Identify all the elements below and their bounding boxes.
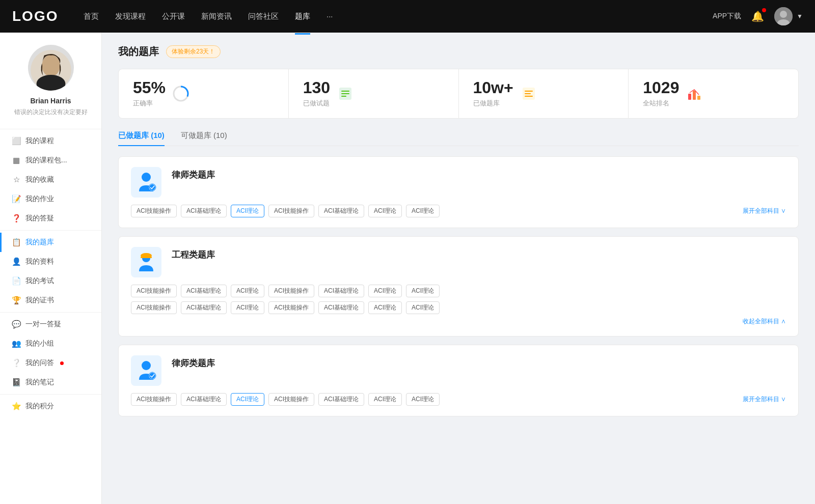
tags-footer-1: 收起全部科目 ∧: [131, 317, 786, 326]
tag-1-0[interactable]: ACI技能操作: [131, 285, 177, 297]
user-avatar-wrap[interactable]: ▼: [774, 7, 803, 25]
course-icon: ⬜: [12, 137, 20, 145]
svg-rect-9: [341, 91, 349, 92]
expand-link-2[interactable]: 展开全部科目 ∨: [743, 395, 786, 404]
myqa-icon: ❔: [12, 359, 20, 367]
tag-0-3[interactable]: ACI技能操作: [268, 205, 314, 217]
page-title: 我的题库: [118, 45, 159, 59]
tag-1-3[interactable]: ACI技能操作: [268, 285, 314, 297]
svg-point-4: [42, 55, 60, 77]
tag-0-6[interactable]: ACI理论: [406, 205, 440, 217]
homework-icon: 📝: [12, 195, 20, 203]
sidebar-item-my-course[interactable]: ⬜ 我的课程: [0, 131, 101, 151]
stat-label-accuracy: 正确率: [133, 99, 166, 108]
svg-point-27: [149, 373, 155, 379]
nav-link-news[interactable]: 新闻资讯: [201, 10, 232, 23]
qbank-card-0: 律师类题库 ACI技能操作 ACI基础理论 ACI理论 ACI技能操作 ACI基…: [118, 156, 799, 228]
profile-name: Brian Harris: [30, 97, 71, 105]
tag-1-r2-6[interactable]: ACI理论: [406, 301, 440, 314]
sidebar-item-course-pack[interactable]: ▦ 我的课程包...: [0, 151, 101, 170]
nav-link-qbank[interactable]: 题库: [295, 10, 310, 23]
sidebar-item-notes[interactable]: 📓 我的笔记: [0, 373, 101, 392]
tag-1-1[interactable]: ACI基础理论: [181, 285, 227, 297]
points-icon: ⭐: [12, 402, 20, 410]
tag-1-r2-2[interactable]: ACI理论: [231, 301, 264, 314]
tag-1-6[interactable]: ACI理论: [406, 285, 440, 297]
stat-value-done-q: 130: [303, 79, 330, 96]
app-download-button[interactable]: APP下载: [713, 12, 741, 21]
stats-row: 55% 正确率 130 已做试题: [118, 69, 799, 119]
sidebar-label-my-course: 我的课程: [25, 136, 54, 146]
sidebar-label-cert: 我的证书: [25, 296, 54, 305]
tag-1-5[interactable]: ACI理论: [368, 285, 402, 297]
sidebar-label-exam: 我的考试: [25, 276, 54, 286]
stat-label-rank: 全站排名: [643, 99, 679, 108]
tag-2-2[interactable]: ACI理论: [231, 393, 264, 406]
tab-done-banks[interactable]: 已做题库 (10): [118, 131, 165, 146]
sidebar-label-notes: 我的笔记: [25, 378, 54, 387]
sidebar-label-homework: 我的作业: [25, 194, 54, 204]
tag-1-r2-3[interactable]: ACI技能操作: [268, 301, 314, 314]
sidebar-item-exam[interactable]: 📄 我的考试: [0, 271, 101, 291]
sidebar-item-1on1[interactable]: 💬 一对一答疑: [0, 315, 101, 334]
svg-rect-17: [693, 91, 696, 100]
expand-link-0[interactable]: 展开全部科目 ∨: [743, 207, 786, 215]
sidebar-item-points[interactable]: ⭐ 我的积分: [0, 397, 101, 416]
tag-2-0[interactable]: ACI技能操作: [131, 393, 177, 406]
stat-accuracy: 55% 正确率: [119, 69, 289, 118]
sidebar-item-homework[interactable]: 📝 我的作业: [0, 189, 101, 209]
nav-link-qa[interactable]: 问答社区: [248, 10, 279, 23]
done-banks-icon: [520, 85, 538, 103]
tag-0-1[interactable]: ACI基础理论: [181, 205, 227, 217]
qbank-icon-lawyer-2: [131, 355, 161, 386]
tag-2-4[interactable]: ACI基础理论: [318, 393, 364, 406]
collapse-link-1[interactable]: 收起全部科目 ∧: [743, 317, 786, 326]
sidebar-label-myqa: 我的问答: [25, 358, 54, 368]
sidebar-item-qbank[interactable]: 📋 我的题库: [0, 233, 101, 252]
bell-icon[interactable]: 🔔: [751, 10, 764, 22]
sidebar-label-profile: 我的资料: [25, 257, 54, 266]
svg-point-25: [142, 361, 151, 370]
tab-todo-banks[interactable]: 可做题库 (10): [181, 131, 227, 146]
tag-1-r2-0[interactable]: ACI技能操作: [131, 301, 177, 314]
nav-right: APP下载 🔔 ▼: [713, 7, 803, 25]
nav-link-discover[interactable]: 发现课程: [115, 10, 146, 23]
sidebar-label-1on1: 一对一答疑: [25, 320, 61, 329]
sidebar-item-cert[interactable]: 🏆 我的证书: [0, 291, 101, 310]
nav-link-more[interactable]: ···: [327, 10, 333, 23]
sidebar-item-favorites[interactable]: ☆ 我的收藏: [0, 170, 101, 189]
tag-0-5[interactable]: ACI理论: [368, 205, 402, 217]
sidebar-item-group[interactable]: 👥 我的小组: [0, 334, 101, 353]
sidebar-label-qbank: 我的题库: [25, 238, 54, 247]
tag-1-2[interactable]: ACI理论: [231, 285, 264, 297]
tag-0-2[interactable]: ACI理论: [231, 205, 264, 217]
svg-rect-15: [525, 96, 533, 97]
sidebar-item-myqa[interactable]: ❔ 我的问答: [0, 353, 101, 373]
qbank-card-2: 律师类题库 ACI技能操作 ACI基础理论 ACI理论 ACI技能操作 ACI基…: [118, 345, 799, 416]
stat-value-accuracy: 55%: [133, 79, 166, 96]
page-body: Brian Harris 错误的决定比没有决定要好 ⬜ 我的课程 ▦ 我的课程包…: [0, 33, 815, 504]
accuracy-chart-icon: [172, 85, 190, 103]
svg-rect-16: [688, 94, 691, 100]
svg-point-21: [149, 184, 155, 190]
sidebar-menu: ⬜ 我的课程 ▦ 我的课程包... ☆ 我的收藏 📝 我的作业 ❓ 我的答疑 📋: [0, 131, 101, 416]
sidebar-item-profile[interactable]: 👤 我的资料: [0, 252, 101, 271]
profile-avatar: [28, 45, 74, 91]
sidebar: Brian Harris 错误的决定比没有决定要好 ⬜ 我的课程 ▦ 我的课程包…: [0, 33, 102, 504]
tag-0-0[interactable]: ACI技能操作: [131, 205, 177, 217]
rank-icon: [685, 85, 703, 103]
profile-icon: 👤: [12, 258, 20, 266]
tag-1-r2-1[interactable]: ACI基础理论: [181, 301, 227, 314]
tag-2-6[interactable]: ACI理论: [406, 393, 440, 406]
tag-1-4[interactable]: ACI基础理论: [318, 285, 364, 297]
tag-1-r2-5[interactable]: ACI理论: [368, 301, 402, 314]
sidebar-item-questions[interactable]: ❓ 我的答疑: [0, 209, 101, 228]
tag-2-3[interactable]: ACI技能操作: [268, 393, 314, 406]
tag-2-5[interactable]: ACI理论: [368, 393, 402, 406]
tag-2-1[interactable]: ACI基础理论: [181, 393, 227, 406]
nav-link-home[interactable]: 首页: [84, 10, 99, 23]
nav-link-open[interactable]: 公开课: [162, 10, 185, 23]
tag-0-4[interactable]: ACI基础理论: [318, 205, 364, 217]
sidebar-divider-top: [0, 129, 101, 129]
tag-1-r2-4[interactable]: ACI基础理论: [318, 301, 364, 314]
